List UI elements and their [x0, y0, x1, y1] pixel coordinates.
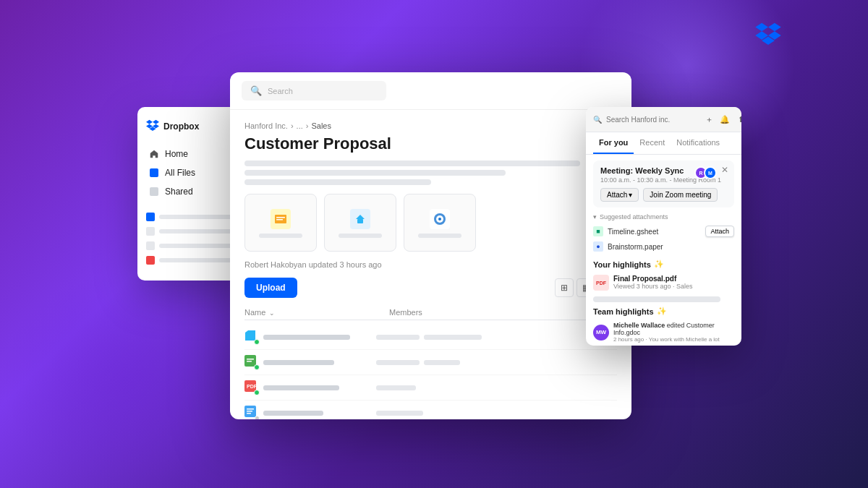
main-content: Hanford Inc. › ... › Sales Customer Prop…	[230, 110, 631, 419]
table-row[interactable]	[244, 325, 617, 350]
tab-notifications[interactable]: Notifications	[671, 132, 726, 154]
breadcrumb: Hanford Inc. › ... › Sales	[244, 121, 617, 130]
sidebar-item-shared-label: Shared	[165, 187, 193, 197]
team-member-name: Michelle Wallace	[613, 322, 665, 329]
sidebar-app-name: Dropbox	[163, 121, 199, 132]
grid-view-button[interactable]: ⊞	[555, 278, 574, 297]
svg-rect-16	[247, 408, 254, 410]
main-window: 🔍 Search Hanford Inc. › ... › Sales Cust…	[230, 72, 631, 419]
badge-dot-1	[254, 339, 260, 345]
svg-rect-3	[276, 219, 283, 221]
file-row-icon-1	[244, 330, 259, 344]
sidebar-item-home-label: Home	[165, 149, 188, 159]
updated-text: Robert Hakobyan updated 3 hours ago	[244, 260, 617, 269]
table-row[interactable]	[244, 350, 617, 375]
breadcrumb-current: Sales	[311, 121, 331, 130]
panel-search: 🔍 ＋ 🔔 ⬆ ⊞ R	[586, 107, 741, 132]
pdf-icon: PDF	[593, 275, 609, 291]
highlights-section: Your highlights ✨ PDF Final Proposal.pdf…	[593, 260, 734, 302]
attach-small-button-1[interactable]: Attach	[705, 226, 734, 237]
upload-icon-btn[interactable]: ⬆	[734, 113, 741, 126]
breadcrumb-ellipsis: ...	[297, 121, 303, 130]
breadcrumb-root: Hanford Inc.	[244, 121, 288, 130]
highlight-bar	[593, 296, 720, 302]
search-bar: 🔍 Search	[230, 72, 631, 110]
file-row-members-3	[376, 385, 617, 390]
sidebar-item-allfiles-label: All Files	[165, 168, 195, 178]
add-icon-btn[interactable]: ＋	[702, 113, 715, 126]
table-row[interactable]: PDF	[244, 375, 617, 401]
highlight-name: Final Proposal.pdf	[613, 275, 734, 283]
tab-recent[interactable]: Recent	[634, 132, 671, 154]
breadcrumb-sep1: ›	[291, 121, 294, 130]
panel-search-icon: 🔍	[593, 116, 602, 124]
file-card-label-2	[339, 234, 382, 238]
table-header: Name ⌄ Members	[244, 305, 617, 320]
close-meeting-button[interactable]: ✕	[721, 165, 728, 175]
team-highlight-content: Michelle Wallace edited Customer Info.gd…	[613, 322, 734, 343]
file-row-icon-2	[244, 355, 259, 369]
team-highlights-header: Team highlights ✨	[593, 307, 734, 316]
svg-rect-18	[247, 413, 251, 414]
suggested-item-2[interactable]: ● Brainstorm.paper	[593, 239, 734, 254]
file-card-2[interactable]	[324, 194, 396, 252]
col-members-header: Members	[389, 308, 617, 317]
tab-for-you[interactable]: For you	[593, 132, 634, 154]
file-row-members-4	[376, 411, 617, 416]
file-card-icon-2	[349, 207, 372, 231]
home-icon	[149, 149, 159, 159]
suggested-header: ▾ Suggested attachments	[593, 213, 734, 221]
suggested-item-1[interactable]: ■ Timeline.gsheet Attach	[593, 223, 734, 239]
file-row-members-2	[376, 360, 617, 365]
badge-dot-3	[254, 390, 260, 395]
file-row-icon-3: PDF	[244, 380, 259, 395]
panel-body: Meeting: Weekly Sync 10:00 a.m. - 10:30 …	[586, 155, 741, 346]
page-title: Customer Proposal	[244, 134, 617, 153]
table-row[interactable]	[244, 401, 617, 419]
attach-button[interactable]: Attach ▾	[600, 188, 639, 202]
file-row-icon-4	[244, 406, 259, 419]
svg-point-9	[438, 218, 441, 221]
team-avatar-1: MW	[593, 325, 609, 341]
panel-search-input[interactable]	[606, 116, 698, 124]
paper-icon: ●	[593, 241, 603, 252]
highlight-meta: Viewed 3 hours ago · Sales	[613, 283, 734, 290]
file-card-3[interactable]	[404, 194, 476, 252]
col-name-header[interactable]: Name ⌄	[244, 308, 389, 317]
search-icon: 🔍	[250, 85, 262, 96]
search-box[interactable]: 🔍 Search	[242, 81, 386, 100]
file-card-icon-1	[269, 207, 292, 231]
highlight-content: Final Proposal.pdf Viewed 3 hours ago · …	[613, 275, 734, 290]
file-card-icon-3	[428, 207, 451, 231]
search-placeholder: Search	[268, 87, 293, 95]
svg-text:PDF: PDF	[247, 384, 256, 389]
svg-rect-12	[247, 361, 252, 362]
team-highlights-section: Team highlights ✨ MW Michelle Wallace ed…	[593, 307, 734, 346]
suggested-section: ▾ Suggested attachments ■ Timeline.gshee…	[593, 213, 734, 254]
file-row-members-1	[376, 335, 617, 340]
dropbox-logo-topright	[755, 22, 781, 45]
highlight-item-1[interactable]: PDF Final Proposal.pdf Viewed 3 hours ag…	[593, 272, 734, 294]
dropbox-logo-sidebar	[146, 119, 159, 134]
sheet-icon: ■	[593, 226, 603, 236]
suggested-name-1: Timeline.gsheet	[608, 228, 701, 236]
toolbar: Upload ⊞ ▦ ≡	[244, 278, 617, 298]
file-card-1[interactable]	[244, 194, 317, 252]
team-highlight-meta: 2 hours ago · You work with Michelle a l…	[613, 336, 734, 343]
files-icon	[149, 168, 159, 178]
svg-rect-11	[247, 359, 254, 360]
file-row-name-4	[263, 411, 372, 416]
badge-dot-2	[254, 364, 260, 370]
zoom-button[interactable]: Join Zoom meeting	[643, 188, 718, 202]
team-highlight-item-1[interactable]: MW Michelle Wallace edited Customer Info…	[593, 319, 734, 346]
avatar-2: M	[704, 166, 717, 179]
bell-icon-btn[interactable]: 🔔	[718, 113, 731, 126]
svg-rect-2	[276, 217, 285, 218]
file-cards-row	[244, 194, 617, 252]
svg-rect-5	[357, 219, 363, 223]
right-panel: 🔍 ＋ 🔔 ⬆ ⊞ R For you Recent Notifications…	[586, 107, 741, 346]
upload-button[interactable]: Upload	[244, 278, 297, 298]
file-row-name-2	[263, 360, 372, 365]
skeleton-description	[244, 160, 617, 185]
file-row-name-3	[263, 385, 372, 390]
